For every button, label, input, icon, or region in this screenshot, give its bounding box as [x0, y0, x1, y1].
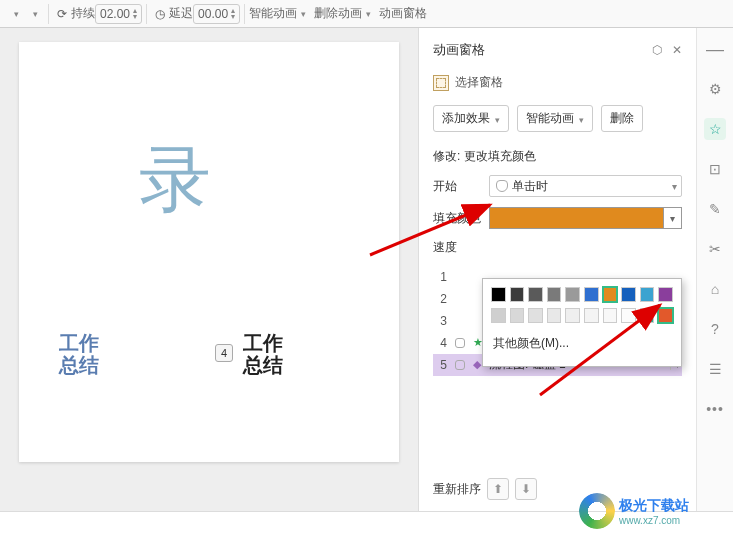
start-select[interactable]: 单击时 ▾	[489, 175, 682, 197]
start-value: 单击时	[512, 178, 548, 195]
pin-icon[interactable]: ⬡	[652, 43, 662, 57]
smart-anim-button[interactable]: 智能动画	[517, 105, 593, 132]
select-pane-label: 选择窗格	[455, 74, 503, 91]
chevron-down-icon: ▾	[672, 181, 677, 192]
slide-canvas: 录 工作总结 4 工作总结	[0, 28, 418, 512]
animation-pane: 动画窗格 ⬡ ✕ 选择窗格 添加效果 智能动画 删除 修改: 更改填充颜色 开始…	[418, 28, 696, 512]
duration-value: 02.00	[100, 7, 130, 21]
mouse-icon	[455, 338, 465, 348]
textbox-1[interactable]: 工作总结	[59, 332, 99, 376]
reorder-down-button[interactable]: ⬇	[515, 478, 537, 500]
top-toolbar: ⟳ 持续 02.00 ▴▾ ◷ 延迟 00.00 ▴▾ 智能动画 删除动画 动画…	[0, 0, 733, 28]
diamond-icon: ◆	[473, 358, 481, 371]
annotation-arrow	[370, 200, 500, 264]
rail-help-icon[interactable]: ?	[704, 318, 726, 340]
duration-field[interactable]: 02.00 ▴▾	[95, 4, 142, 24]
start-label: 开始	[433, 178, 489, 195]
chevron-down-icon[interactable]: ▾	[663, 208, 681, 228]
separator	[48, 4, 49, 24]
duration-spinner[interactable]: ▴▾	[133, 8, 137, 20]
delay-label: 延迟	[169, 5, 193, 22]
duration-icon: ⟳	[57, 7, 67, 21]
svg-line-3	[540, 305, 660, 395]
mouse-icon	[496, 180, 508, 192]
rail-star-icon[interactable]: ☆	[704, 118, 726, 140]
color-swatch[interactable]	[510, 287, 525, 302]
slide[interactable]: 录 工作总结 4 工作总结	[19, 42, 399, 462]
delay-icon: ◷	[155, 7, 165, 21]
logo-name: 极光下载站	[619, 497, 689, 515]
delay-value: 00.00	[198, 7, 228, 21]
separator	[146, 4, 147, 24]
textbox-2[interactable]: 工作总结	[243, 332, 283, 376]
select-pane-link[interactable]: 选择窗格	[433, 74, 682, 91]
reorder-label: 重新排序	[433, 481, 481, 498]
logo-url: www.xz7.com	[619, 515, 689, 526]
smart-anim-dropdown[interactable]: 智能动画	[249, 5, 306, 22]
rail-tool-icon[interactable]: ✂	[704, 238, 726, 260]
separator	[244, 4, 245, 24]
duration-label: 持续	[71, 5, 95, 22]
reorder-up-button[interactable]: ⬆	[487, 478, 509, 500]
annotation-arrow	[540, 300, 670, 404]
fill-color-selector[interactable]: ▾	[489, 207, 682, 229]
rail-more-icon[interactable]: •••	[704, 398, 726, 420]
color-swatch[interactable]	[491, 308, 506, 323]
color-swatch[interactable]	[510, 308, 525, 323]
rail-chat-icon[interactable]: ⊡	[704, 158, 726, 180]
mouse-icon	[455, 360, 465, 370]
svg-line-1	[370, 205, 490, 255]
rail-slider-icon[interactable]: ⚙	[704, 78, 726, 100]
anim-pane-toolbar[interactable]: 动画窗格	[379, 5, 427, 22]
rail-collapse-icon[interactable]: —	[704, 38, 726, 60]
close-icon[interactable]: ✕	[672, 43, 682, 57]
decorative-glyph: 录	[139, 132, 211, 228]
fill-color-preview	[490, 208, 663, 228]
delay-spinner[interactable]: ▴▾	[231, 8, 235, 20]
color-swatch[interactable]	[491, 287, 506, 302]
select-pane-icon	[433, 75, 449, 91]
anim-seq-badge[interactable]: 4	[215, 344, 233, 362]
modify-section-title: 修改: 更改填充颜色	[433, 148, 682, 165]
rail-map-icon[interactable]: ⌂	[704, 278, 726, 300]
main-area: 录 工作总结 4 工作总结 动画窗格 ⬡ ✕ 选择窗格 添加效果 智能动画 删除	[0, 28, 733, 512]
toolbar-dropdown-2[interactable]	[25, 9, 44, 19]
add-effect-button[interactable]: 添加效果	[433, 105, 509, 132]
delete-button[interactable]: 删除	[601, 105, 643, 132]
rail-leaf-icon[interactable]: ✎	[704, 198, 726, 220]
delete-anim-dropdown[interactable]: 删除动画	[314, 5, 371, 22]
watermark-logo: 极光下载站 www.xz7.com	[579, 493, 689, 529]
rail-shirt-icon[interactable]: ☰	[704, 358, 726, 380]
panel-title: 动画窗格	[433, 41, 485, 59]
logo-swirl-icon	[579, 493, 615, 529]
delay-field[interactable]: 00.00 ▴▾	[193, 4, 240, 24]
toolbar-dropdown-1[interactable]	[6, 9, 25, 19]
right-rail: — ⚙ ☆ ⊡ ✎ ✂ ⌂ ? ☰ •••	[696, 28, 733, 512]
